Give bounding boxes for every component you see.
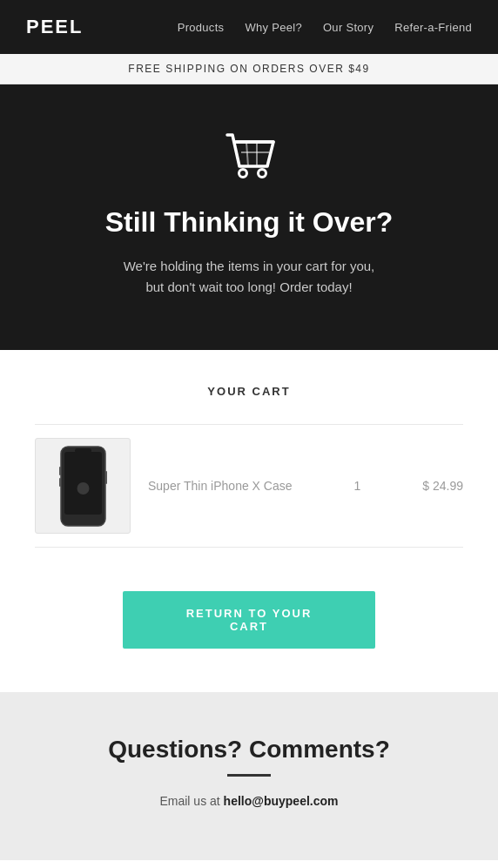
svg-rect-8 [75,448,91,453]
footer-email-prefix: Email us at [159,794,223,808]
return-to-cart-button[interactable]: RETURN TO YOUR CART [123,591,375,649]
nav-our-story[interactable]: Our Story [323,21,374,34]
shipping-banner: FREE SHIPPING ON ORDERS OVER $49 [0,54,498,84]
site-logo: PEEL [26,16,83,38]
shipping-banner-text: FREE SHIPPING ON ORDERS OVER $49 [128,63,369,75]
svg-point-1 [239,170,247,178]
cart-section: YOUR CART Super Thin iPhone X Case 1 $ 2… [0,350,498,565]
svg-rect-12 [105,471,107,484]
footer-contact: Email us at hello@buypeel.com [35,794,463,808]
footer-title: Questions? Comments? [35,736,463,764]
product-name: Super Thin iPhone X Case [148,479,293,493]
cart-section-title: YOUR CART [35,385,463,398]
svg-line-3 [246,142,248,166]
svg-rect-11 [59,478,61,487]
button-section: RETURN TO YOUR CART [0,565,498,692]
hero-section: Still Thinking it Over? We're holding th… [0,84,498,350]
product-price: $ 24.99 [422,479,463,493]
cart-icon [35,128,463,188]
svg-point-9 [77,482,89,495]
product-quantity: 1 [354,479,361,493]
cart-item: Super Thin iPhone X Case 1 $ 24.99 [35,424,463,548]
nav-why-peel[interactable]: Why Peel? [245,21,302,34]
hero-subtitle: We're holding the items in your cart for… [118,256,380,298]
product-image [35,438,131,534]
svg-rect-10 [59,467,61,475]
site-header: PEEL Products Why Peel? Our Story Refer-… [0,0,498,54]
hero-title: Still Thinking it Over? [35,205,463,239]
footer-divider [227,774,271,777]
footer: Questions? Comments? Email us at hello@b… [0,692,498,860]
main-nav: Products Why Peel? Our Story Refer-a-Fri… [178,21,472,34]
footer-email-link[interactable]: hello@buypeel.com [224,794,339,808]
nav-products[interactable]: Products [178,21,225,34]
nav-refer-a-friend[interactable]: Refer-a-Friend [394,21,472,34]
product-details: Super Thin iPhone X Case 1 $ 24.99 [148,479,463,493]
svg-point-2 [259,170,266,178]
